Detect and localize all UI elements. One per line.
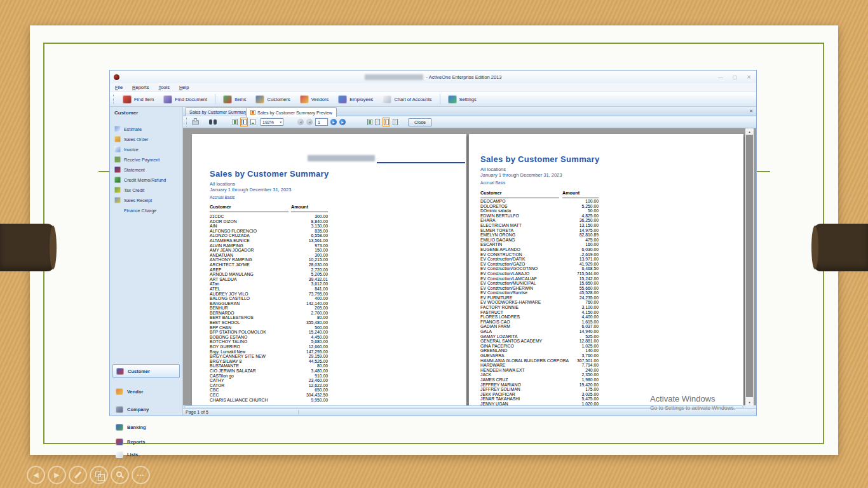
next-page-button[interactable]: ▶ <box>330 119 337 125</box>
sidebar-item-label: Statement <box>124 167 145 173</box>
vertical-scroll-thumb[interactable] <box>746 135 753 397</box>
amount-value: 4,450.00 <box>311 335 328 340</box>
amount-value: 1,615.00 <box>582 320 599 325</box>
table-row: JACK2,350.00 <box>480 372 599 377</box>
customer-name: ALTAMERA EUNICE <box>210 238 250 243</box>
slideshow-next-button[interactable]: ▶ <box>48 466 66 484</box>
table-row: EV Construction/LABAJO715,544.00 <box>480 271 599 276</box>
slideshow-previous-button[interactable]: ◀ <box>27 466 45 484</box>
nav-item-reports[interactable]: Reports <box>112 435 180 449</box>
status-bar: Page 1 of 5 <box>183 408 756 416</box>
scroll-down-arrow[interactable]: ▼ <box>745 399 754 405</box>
amount-value: 3,760.00 <box>582 353 599 358</box>
multi-page-layout-icon[interactable] <box>384 119 389 125</box>
slideshow-slides-button[interactable] <box>90 466 108 484</box>
nav-item-lists[interactable]: Lists <box>112 447 180 461</box>
nav-item-vendor[interactable]: Vendor <box>112 384 180 398</box>
sidebar-item-sales-order[interactable]: Sales Order <box>110 134 182 144</box>
statement-icon <box>114 166 121 173</box>
sidebar-item-receive-payment[interactable]: Receive Payment <box>110 154 182 165</box>
page-number-input[interactable]: 1 <box>315 118 328 126</box>
slideshow-zoom-button[interactable] <box>111 466 129 484</box>
toolbar-items-button[interactable]: Items <box>220 94 249 105</box>
toolbar-label: Vendors <box>311 97 329 102</box>
sidebar-item-statement[interactable]: Statement <box>110 165 182 175</box>
nav-item-company[interactable]: Company <box>112 402 180 416</box>
customer-name: ATan <box>210 281 219 287</box>
toolbar-vendors-button[interactable]: Vendors <box>297 94 332 105</box>
page-width-view-icon[interactable] <box>241 119 247 125</box>
zoom-value: 192% <box>262 120 274 125</box>
report-location: All locations <box>210 181 235 187</box>
status-page-indicator: Page 1 of 5 <box>186 410 208 414</box>
tab-close-icon[interactable]: ✕ <box>749 109 753 114</box>
menu-help[interactable]: Help <box>179 85 189 90</box>
amount-value: 525.00 <box>585 334 599 339</box>
maximize-button[interactable]: ▢ <box>733 74 738 80</box>
tab-preview[interactable]: Sales by Customer Summary Preview <box>246 107 337 117</box>
nav-item-customer[interactable]: Customer <box>112 364 180 378</box>
two-page-layout-icon[interactable] <box>375 119 380 125</box>
whole-page-view-icon[interactable] <box>250 119 255 125</box>
customer-name: EUGENE APLANDO <box>480 247 520 252</box>
sales-order-icon <box>114 136 121 142</box>
sidebar-item-invoice[interactable]: Invoice <box>110 144 182 154</box>
last-page-button[interactable]: ▶ <box>339 119 346 125</box>
slideshow-more-button[interactable]: ••• <box>132 466 150 484</box>
menu-tools[interactable]: Tools <box>158 85 170 90</box>
amount-value: 5,475.00 <box>582 396 599 402</box>
amount-value: 12,660.00 <box>309 344 328 349</box>
close-button[interactable]: ✕ <box>747 74 751 80</box>
toolbar-find-item-button[interactable]: Find Item <box>119 94 157 105</box>
scroll-up-arrow[interactable]: ▲ <box>745 128 754 135</box>
toolbar-find-document-button[interactable]: Find Document <box>160 94 210 105</box>
table-row: ALVIN RAMPING973.00 <box>210 243 328 248</box>
sidebar-item-tax-credit[interactable]: Tax Credit <box>110 185 182 195</box>
amount-value: 15,240.00 <box>309 330 328 335</box>
amount-value: 2,700.00 <box>311 311 328 316</box>
table-row: BAnGGUERAN142,140.00 <box>210 301 328 306</box>
customer-name: EV Construction/LABAJO <box>480 271 529 276</box>
grid-page-layout-icon[interactable] <box>393 119 398 125</box>
toolbar-label: Items <box>234 97 246 102</box>
vertical-scrollbar[interactable]: ▲ ▼ <box>745 128 754 405</box>
toolbar-chart-of-accounts-button[interactable]: Chart of Accounts <box>379 94 435 105</box>
one-page-layout-icon[interactable] <box>367 119 372 125</box>
nav-item-banking[interactable]: Banking <box>112 420 180 434</box>
window-title: - ActiveOne Enterprise Edition 2013 <box>110 71 756 83</box>
table-row: ALFONSO FLORENCIO835.00 <box>210 229 328 234</box>
customers-icon <box>255 95 264 104</box>
amount-value: 41,929.00 <box>580 262 599 267</box>
tab-report[interactable]: Sales by Customer Summary <box>185 107 252 116</box>
menu-reports[interactable]: Reports <box>132 85 149 90</box>
amount-value: 367,501.00 <box>577 358 599 363</box>
first-page-button[interactable]: ◀ <box>297 119 304 125</box>
zoom-select[interactable]: 192% ▾ <box>261 118 283 126</box>
credit-memo-refund-icon <box>114 177 121 183</box>
report-date-range: January 1 through December 31, 2023 <box>210 187 291 193</box>
table-row: CATOR12,622.00 <box>210 383 328 388</box>
sidebar-item-sales-receipt[interactable]: Sales Receipt <box>110 195 182 205</box>
toolbar-customers-button[interactable]: Customers <box>252 94 293 105</box>
amount-value: 3,130.00 <box>311 224 328 229</box>
print-icon[interactable] <box>192 120 199 125</box>
minimize-button[interactable]: — <box>718 74 723 80</box>
toolbar-employees-button[interactable]: Employees <box>335 94 376 105</box>
zoom-dropdown-arrow: ▾ <box>280 120 281 124</box>
single-page-view-icon[interactable] <box>233 119 238 125</box>
sidebar-task-list: EstimateSales OrderInvoiceReceive Paymen… <box>110 124 182 215</box>
amount-value: 6,468.50 <box>582 266 599 271</box>
window-title-text: - ActiveOne Enterprise Edition 2013 <box>426 74 502 80</box>
menu-file[interactable]: File <box>115 85 123 90</box>
previous-page-button[interactable]: ◀ <box>306 119 313 125</box>
amount-value: 82,810.89 <box>580 233 599 238</box>
sidebar-item-estimate[interactable]: Estimate <box>110 124 182 134</box>
slideshow-pen-button[interactable] <box>69 466 87 484</box>
sidebar-item-credit-memo-refund[interactable]: Credit Memo/Refund <box>110 175 182 185</box>
customer-name: GENERAL SANTOS ACADEMY <box>480 339 542 344</box>
customer-name: EV Construction/MUNICIPAL <box>480 281 536 286</box>
find-icon[interactable] <box>209 119 217 125</box>
toolbar-settings-button[interactable]: Settings <box>445 94 480 105</box>
close-preview-button[interactable]: Close <box>408 118 432 126</box>
sidebar-item-finance-charge[interactable]: Finance Charge <box>110 205 182 215</box>
